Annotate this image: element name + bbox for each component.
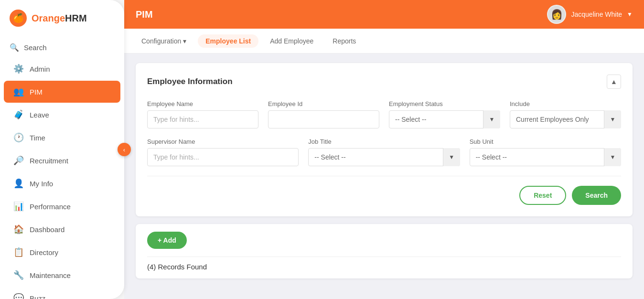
- employment-status-select[interactable]: -- Select --: [389, 110, 500, 128]
- job-title-group: Job Title -- Select -- ▼: [308, 138, 460, 166]
- recruitment-icon: 🔎: [13, 155, 24, 166]
- search-icon: 🔍: [10, 43, 19, 52]
- sidebar-search-label: Search: [24, 43, 47, 52]
- sidebar-item-leave[interactable]: 🧳 Leave: [4, 104, 120, 126]
- sidebar-item-label: Directory: [30, 248, 58, 256]
- job-title-select-wrapper: -- Select -- ▼: [308, 148, 460, 166]
- results-section: + Add (4) Records Found: [136, 224, 633, 278]
- directory-icon: 📋: [13, 247, 24, 257]
- sidebar-item-label: Leave: [30, 111, 49, 119]
- tab-reports-label: Reports: [333, 37, 356, 45]
- employee-name-input[interactable]: [147, 110, 258, 128]
- card-header: Employee Information ▲: [147, 75, 621, 89]
- include-select[interactable]: Current Employees Only: [510, 110, 621, 128]
- sidebar-item-maintenance[interactable]: 🔧 Maintenance: [4, 264, 120, 286]
- sidebar-item-time[interactable]: 🕐 Time: [4, 127, 120, 149]
- employee-info-card: Employee Information ▲ Employee Name Emp…: [136, 63, 633, 216]
- top-header: PIM 👩 Jacqueline White ▼: [124, 0, 644, 29]
- tab-employee-list-label: Employee List: [205, 37, 251, 45]
- time-icon: 🕐: [13, 132, 24, 143]
- collapse-button[interactable]: ▲: [607, 75, 621, 89]
- maintenance-icon: 🔧: [13, 270, 24, 280]
- employee-name-group: Employee Name: [147, 100, 258, 128]
- pim-icon: 👥: [13, 86, 24, 97]
- main-content: PIM 👩 Jacqueline White ▼ Configuration ▾…: [124, 0, 644, 299]
- sidebar-item-admin[interactable]: ⚙️ Admin: [4, 58, 120, 80]
- search-button[interactable]: Search: [572, 186, 621, 205]
- myinfo-icon: 👤: [13, 178, 24, 189]
- sidebar-item-pim[interactable]: 👥 PIM: [4, 81, 120, 103]
- sub-unit-label: Sub Unit: [470, 138, 621, 145]
- performance-icon: 📊: [13, 201, 24, 212]
- sidebar-item-dashboard[interactable]: 🏠 Dashboard: [4, 218, 120, 240]
- reset-button[interactable]: Reset: [519, 186, 566, 205]
- employee-name-label: Employee Name: [147, 100, 258, 107]
- employment-status-select-wrapper: -- Select -- ▼: [389, 110, 500, 128]
- employment-status-group: Employment Status -- Select -- ▼: [389, 100, 500, 128]
- include-select-wrapper: Current Employees Only ▼: [510, 110, 621, 128]
- sidebar-toggle-button[interactable]: ‹: [118, 143, 131, 156]
- tab-add-employee[interactable]: Add Employee: [262, 34, 321, 48]
- include-label: Include: [510, 100, 621, 107]
- sidebar-item-search[interactable]: 🔍 Search: [0, 38, 124, 57]
- dashboard-icon: 🏠: [13, 224, 24, 235]
- divider: [147, 176, 621, 176]
- tab-add-employee-label: Add Employee: [270, 37, 313, 45]
- sub-unit-group: Sub Unit -- Select -- ▼: [470, 138, 621, 166]
- sidebar-item-directory[interactable]: 📋 Directory: [4, 241, 120, 263]
- card-title: Employee Information: [147, 77, 233, 86]
- sidebar-item-performance[interactable]: 📊 Performance: [4, 195, 120, 217]
- sidebar-item-label: My Info: [30, 180, 53, 188]
- supervisor-name-label: Supervisor Name: [147, 138, 299, 145]
- tab-employee-list[interactable]: Employee List: [198, 34, 258, 48]
- content-area: Employee Information ▲ Employee Name Emp…: [124, 53, 644, 299]
- sidebar-item-label: Recruitment: [30, 157, 68, 165]
- leave-icon: 🧳: [13, 109, 24, 120]
- admin-icon: ⚙️: [13, 64, 24, 74]
- add-button[interactable]: + Add: [147, 232, 187, 249]
- tab-reports[interactable]: Reports: [325, 34, 364, 48]
- sidebar-item-buzz[interactable]: 💬 Buzz: [4, 287, 120, 299]
- logo: 🍊 OrangeHRM: [0, 10, 124, 38]
- job-title-label: Job Title: [308, 138, 460, 145]
- supervisor-name-input[interactable]: [147, 148, 299, 166]
- sub-unit-select-wrapper: -- Select -- ▼: [470, 148, 621, 166]
- job-title-select[interactable]: -- Select --: [308, 148, 460, 166]
- include-group: Include Current Employees Only ▼: [510, 100, 621, 128]
- avatar: 👩: [547, 5, 566, 24]
- sidebar-item-myinfo[interactable]: 👤 My Info: [4, 172, 120, 194]
- sidebar-item-label: Time: [30, 134, 45, 142]
- buzz-icon: 💬: [13, 293, 24, 299]
- chevron-down-icon: ▾: [183, 37, 186, 45]
- supervisor-name-group: Supervisor Name: [147, 138, 299, 166]
- logo-text: OrangeHRM: [32, 13, 87, 24]
- form-row-1: Employee Name Employee Id Employment Sta…: [147, 100, 621, 128]
- user-menu[interactable]: 👩 Jacqueline White ▼: [547, 5, 633, 24]
- sidebar-item-label: Admin: [30, 65, 50, 73]
- sidebar-nav: ⚙️ Admin 👥 PIM 🧳 Leave 🕐 Time 🔎 Recruitm…: [0, 57, 124, 299]
- sidebar-item-label: Dashboard: [30, 225, 64, 234]
- sidebar: 🍊 OrangeHRM 🔍 Search ⚙️ Admin 👥 PIM 🧳 Le…: [0, 0, 124, 299]
- sidebar-item-label: PIM: [30, 88, 43, 96]
- employment-status-label: Employment Status: [389, 100, 500, 107]
- form-row-2: Supervisor Name Job Title -- Select -- ▼…: [147, 138, 621, 166]
- sidebar-item-label: Buzz: [30, 294, 45, 299]
- page-title: PIM: [136, 9, 153, 20]
- sidebar-item-recruitment[interactable]: 🔎 Recruitment: [4, 150, 120, 171]
- records-found: (4) Records Found: [147, 256, 621, 271]
- sub-nav: Configuration ▾ Employee List Add Employ…: [124, 29, 644, 53]
- employee-id-label: Employee Id: [268, 100, 379, 107]
- user-name: Jacqueline White: [571, 11, 622, 18]
- logo-icon: 🍊: [10, 10, 27, 27]
- form-actions: Reset Search: [147, 186, 621, 205]
- sub-unit-select[interactable]: -- Select --: [470, 148, 621, 166]
- employee-id-group: Employee Id: [268, 100, 379, 128]
- employee-id-input[interactable]: [268, 110, 379, 128]
- tab-configuration-label: Configuration: [141, 37, 181, 45]
- tab-configuration[interactable]: Configuration ▾: [134, 34, 194, 48]
- chevron-down-icon: ▼: [627, 11, 633, 18]
- sidebar-item-label: Maintenance: [30, 271, 71, 279]
- sidebar-item-label: Performance: [30, 203, 71, 211]
